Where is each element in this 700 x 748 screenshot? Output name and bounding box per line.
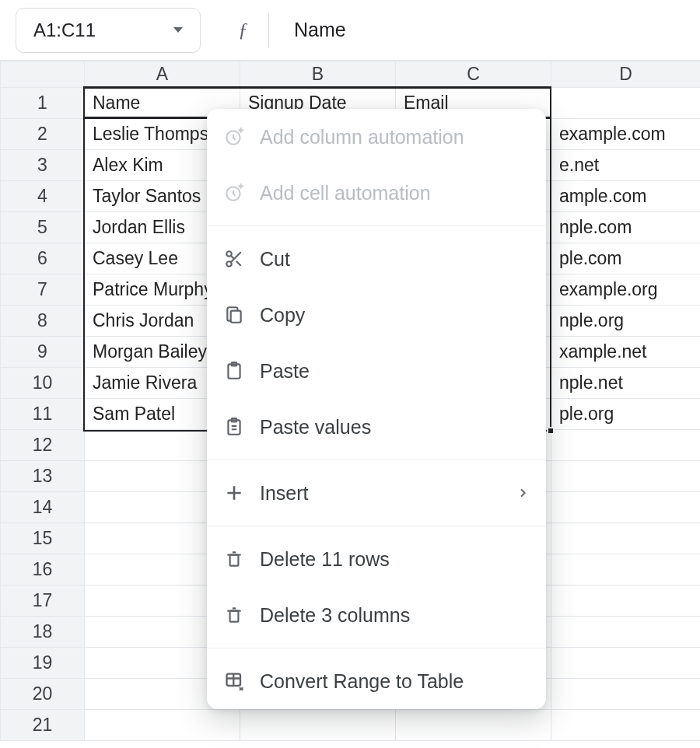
row-header[interactable]: 10 — [1, 368, 85, 399]
column-header-D[interactable]: D — [551, 61, 701, 88]
formula-bar[interactable]: ƒ Name — [212, 0, 346, 61]
cell[interactable] — [551, 492, 701, 523]
svg-point-2 — [226, 251, 232, 257]
fx-icon: ƒ — [212, 19, 268, 42]
row-header[interactable]: 12 — [1, 430, 85, 461]
svg-rect-9 — [230, 555, 239, 566]
menu-label: Paste values — [260, 416, 529, 439]
clipboard-list-icon — [224, 417, 260, 437]
cell[interactable]: ample.com — [551, 181, 701, 212]
column-header-C[interactable]: C — [396, 61, 551, 88]
cell[interactable]: example.com — [551, 119, 701, 150]
menu-label: Convert Range to Table — [260, 670, 529, 693]
row-header[interactable]: 6 — [1, 243, 85, 274]
trash-icon — [224, 549, 260, 569]
trash-icon — [224, 605, 260, 625]
row-header[interactable]: 4 — [1, 181, 85, 212]
divider — [207, 225, 546, 226]
svg-point-3 — [226, 261, 232, 267]
row-header[interactable]: 21 — [1, 710, 85, 741]
menu-label: Delete 11 rows — [260, 548, 529, 571]
menu-paste-values[interactable]: Paste values — [207, 399, 546, 455]
cell[interactable] — [551, 554, 701, 585]
column-header-B[interactable]: B — [240, 61, 396, 88]
menu-add-column-automation[interactable]: Add column automation — [207, 109, 546, 165]
cell[interactable] — [551, 88, 701, 119]
divider — [207, 526, 546, 526]
menu-delete-columns[interactable]: Delete 3 columns — [207, 587, 546, 643]
cell[interactable] — [551, 617, 701, 648]
formula-value: Name — [269, 19, 346, 41]
scissors-icon — [224, 249, 260, 269]
menu-label: Add column automation — [260, 126, 529, 149]
row-header[interactable]: 20 — [1, 679, 85, 710]
name-box[interactable]: A1:C11 — [16, 8, 201, 53]
menu-label: Delete 3 columns — [260, 604, 529, 627]
menu-insert[interactable]: Insert — [207, 465, 546, 521]
row-header[interactable]: 3 — [1, 150, 85, 181]
cell[interactable]: e.net — [551, 150, 701, 181]
menu-convert-range-to-table[interactable]: Convert Range to Table — [207, 653, 546, 709]
row-header[interactable]: 15 — [1, 523, 85, 554]
column-header-A[interactable]: A — [85, 61, 240, 88]
menu-label: Insert — [260, 482, 516, 505]
copy-icon — [224, 305, 260, 325]
row-header[interactable]: 9 — [1, 337, 85, 368]
cell[interactable]: ple.com — [551, 243, 701, 274]
divider — [207, 460, 546, 460]
divider — [207, 648, 546, 648]
cell[interactable] — [551, 679, 701, 710]
plus-icon — [224, 483, 260, 503]
row-header[interactable]: 14 — [1, 492, 85, 523]
cell[interactable] — [551, 710, 701, 741]
row-header[interactable]: 18 — [1, 617, 85, 648]
row-header[interactable]: 11 — [1, 399, 85, 430]
cell[interactable] — [551, 648, 701, 679]
menu-paste[interactable]: Paste — [207, 343, 546, 399]
row-header[interactable]: 17 — [1, 585, 85, 617]
cell[interactable] — [551, 461, 701, 492]
cell[interactable]: nple.com — [551, 212, 701, 243]
svg-rect-10 — [230, 611, 239, 622]
cell[interactable] — [240, 710, 396, 741]
menu-label: Copy — [260, 304, 529, 327]
clock-plus-icon — [224, 127, 260, 147]
select-all-corner[interactable] — [1, 61, 85, 88]
cell[interactable]: nple.org — [551, 306, 701, 337]
chevron-down-icon — [173, 27, 183, 33]
table-convert-icon — [224, 670, 260, 692]
row-header[interactable]: 2 — [1, 119, 85, 150]
topbar: A1:C11 ƒ Name — [0, 0, 700, 61]
cell[interactable]: nple.net — [551, 368, 701, 399]
row-header[interactable]: 16 — [1, 554, 85, 585]
menu-label: Add cell automation — [260, 182, 529, 204]
clipboard-icon — [224, 361, 260, 381]
row-header[interactable]: 13 — [1, 461, 85, 492]
menu-add-cell-automation[interactable]: Add cell automation — [207, 165, 546, 221]
menu-delete-rows[interactable]: Delete 11 rows — [207, 531, 546, 587]
row-header[interactable]: 5 — [1, 212, 85, 243]
cell[interactable]: example.org — [551, 274, 701, 306]
menu-label: Paste — [260, 360, 529, 383]
menu-cut[interactable]: Cut — [207, 231, 546, 287]
row-header[interactable]: 8 — [1, 306, 85, 337]
row-header[interactable]: 19 — [1, 648, 85, 679]
row-header[interactable]: 1 — [1, 88, 85, 119]
clock-plus-icon — [224, 183, 260, 203]
cell[interactable] — [85, 710, 240, 741]
table-row: 21 — [1, 710, 701, 741]
cell[interactable] — [551, 523, 701, 554]
cell[interactable]: xample.net — [551, 337, 701, 368]
selected-range: A1:C11 — [33, 19, 96, 41]
menu-copy[interactable]: Copy — [207, 287, 546, 343]
cell[interactable] — [551, 585, 701, 617]
svg-rect-4 — [231, 311, 241, 323]
menu-label: Cut — [260, 248, 529, 271]
context-menu: Add column automation Add cell automatio… — [207, 109, 546, 709]
row-header[interactable]: 7 — [1, 274, 85, 306]
chevron-right-icon — [516, 487, 529, 499]
cell[interactable] — [396, 710, 551, 741]
cell[interactable]: ple.org — [551, 399, 701, 430]
cell[interactable] — [551, 430, 701, 461]
